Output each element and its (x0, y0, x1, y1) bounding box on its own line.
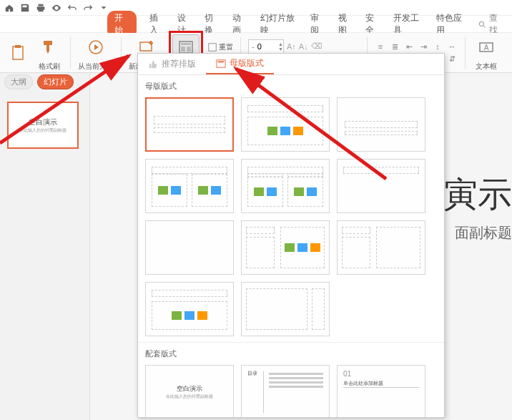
layout-picture-caption[interactable] (337, 220, 425, 275)
format-painter-label: 格式刷 (39, 62, 60, 72)
line-spacing-button[interactable]: ↕ (432, 42, 443, 52)
canvas-title: 寅示 (443, 172, 512, 218)
format-painter-group[interactable]: 格式刷 (36, 34, 63, 72)
font-size-input[interactable]: - ▲▼ (248, 39, 284, 54)
tab-master-label: 母版版式 (230, 57, 264, 69)
num-label: 01 (343, 370, 351, 378)
svg-rect-7 (181, 47, 185, 52)
match-layout-grid: 空白演示 在此输入您的封面副标题 目录 01 单击此处添加标题 单击此处编辑标题 (145, 365, 437, 418)
svg-rect-9 (209, 44, 217, 52)
decrease-font-icon[interactable]: A↓ (299, 42, 308, 51)
slides-tab[interactable]: 幻灯片 (37, 74, 74, 89)
clear-format-icon[interactable]: ⌫ (311, 41, 323, 51)
blank-title: 空白演示 (166, 384, 213, 394)
reset-label: 重置 (219, 42, 233, 52)
increase-font-icon[interactable]: A↑ (287, 42, 296, 51)
master-section-title: 母版版式 (145, 81, 437, 92)
master-layout-grid (145, 97, 437, 336)
match-layout-numbered[interactable]: 01 单击此处添加标题 (337, 365, 425, 418)
canvas-preview: 寅示 面副标题 (443, 172, 512, 243)
paste-icon[interactable] (4, 40, 31, 66)
slide-panel: 大纲 幻灯片 空白演示 在此输入您的封面副标题 (0, 73, 90, 420)
main-tabs: 开始 插入 设计 切换 动画 幻灯片放映 审阅 视图 安全 开发工具 特色应用 … (0, 16, 512, 33)
undo-icon[interactable] (67, 3, 77, 13)
svg-rect-12 (217, 59, 225, 67)
match-section-title: 配套版式 (145, 348, 437, 359)
thumb-title: 空白演示 (29, 117, 57, 127)
textbox-group[interactable]: A 文本框 (473, 34, 500, 72)
separator (465, 37, 466, 69)
svg-rect-13 (218, 61, 225, 62)
separator (70, 37, 71, 69)
dropdown-tabs: 推荐排版 母版版式 (138, 54, 444, 75)
dropdown-tab-master[interactable]: 母版版式 (206, 54, 274, 74)
redo-icon[interactable] (83, 3, 93, 13)
play-icon[interactable] (82, 34, 109, 60)
layout-title-content[interactable] (241, 97, 330, 152)
from-start-label: 从当前开始 (78, 62, 114, 72)
master-layouts-section: 母版版式 (138, 75, 444, 342)
svg-rect-1 (13, 47, 23, 59)
match-layout-blank[interactable]: 空白演示 在此输入您的封面副标题 (145, 365, 234, 418)
format-painter-icon[interactable] (36, 34, 63, 60)
numbering-button[interactable]: ≣ (389, 42, 400, 52)
thumb-subtitle: 在此输入您的封面副标题 (19, 127, 67, 134)
slide-panel-tabs: 大纲 幻灯片 (0, 73, 89, 90)
layout-title-only[interactable] (337, 159, 425, 213)
play-group[interactable]: 从当前开始 (78, 34, 114, 72)
layout-vertical-text[interactable] (145, 282, 234, 336)
layout-title-slide[interactable] (145, 97, 234, 152)
separator (121, 37, 122, 69)
match-layout-toc[interactable]: 目录 (241, 365, 330, 418)
layout-comparison[interactable] (241, 159, 330, 213)
toc-label: 目录 (247, 370, 257, 377)
align-vert-button[interactable]: ⇵ (446, 54, 458, 64)
thumbs-up-icon (148, 59, 158, 69)
match-layouts-section: 配套版式 空白演示 在此输入您的封面副标题 目录 01 单击此处添加标题 单击此… (138, 342, 444, 418)
canvas-subtitle: 面副标题 (443, 223, 512, 243)
layout-dropdown: 推荐排版 母版版式 母版版式 (137, 53, 445, 418)
text-direction-button[interactable]: ↔ (446, 42, 458, 52)
font-size-spinner[interactable]: ▲▼ (278, 41, 283, 52)
layout-blank[interactable] (145, 220, 234, 275)
svg-rect-8 (187, 47, 191, 52)
layout-section-header[interactable] (337, 97, 425, 152)
layout-vertical-title[interactable] (241, 282, 330, 336)
layout-icon (216, 59, 226, 69)
paste-group[interactable] (4, 40, 31, 66)
tab-recommend-label: 推荐排版 (162, 58, 196, 70)
indent-dec-button[interactable]: ⇤ (403, 42, 415, 52)
reset-button[interactable]: 重置 (207, 42, 233, 52)
dropdown-tab-recommend[interactable]: 推荐排版 (138, 54, 206, 74)
print-icon[interactable] (36, 3, 46, 13)
outline-tab[interactable]: 大纲 (4, 74, 33, 89)
svg-point-0 (480, 21, 484, 26)
layout-two-content[interactable] (145, 159, 234, 213)
slide-thumbnail-1[interactable]: 空白演示 在此输入您的封面副标题 (7, 102, 79, 149)
font-size-field[interactable] (255, 42, 275, 51)
indent-inc-button[interactable]: ⇥ (418, 42, 429, 52)
quick-access-toolbar (0, 0, 512, 16)
svg-rect-2 (15, 45, 21, 48)
layout-content-caption[interactable] (241, 220, 330, 275)
bullets-button[interactable]: ≡ (375, 42, 386, 52)
home-icon[interactable] (4, 3, 14, 13)
save-icon[interactable] (20, 3, 30, 13)
svg-text:A: A (484, 44, 489, 52)
textbox-label: 文本框 (476, 62, 497, 72)
click-edit-label: 单击此处添加标题 (343, 380, 383, 387)
dropdown-icon[interactable] (99, 3, 109, 13)
svg-rect-6 (181, 43, 191, 45)
preview-icon[interactable] (51, 3, 61, 13)
blank-sub: 在此输入您的封面副标题 (166, 394, 213, 400)
textbox-icon[interactable]: A (473, 34, 500, 60)
